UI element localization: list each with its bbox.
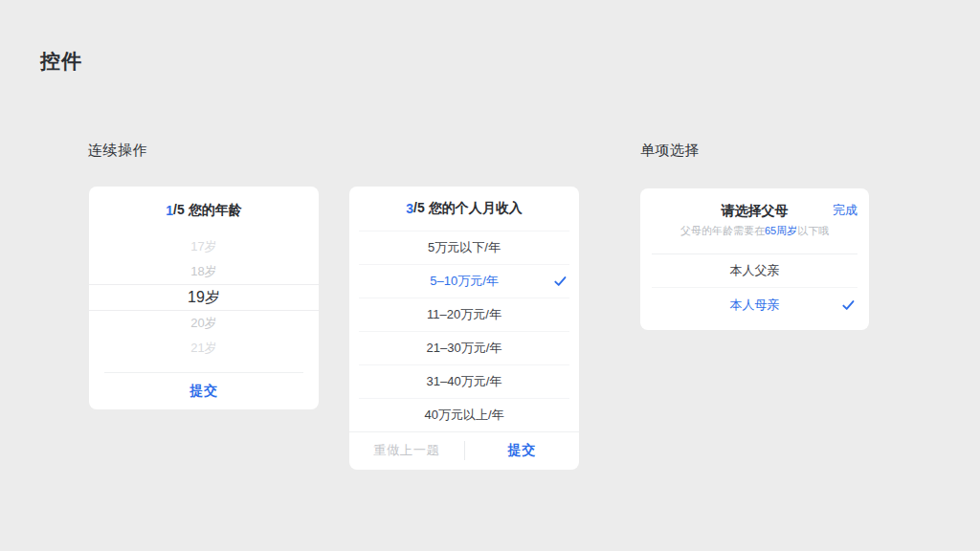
- age-question-card: 1/5 您的年龄 17岁 18岁 19岁 20岁 21岁 提交: [89, 187, 319, 409]
- page: 控件 连续操作 单项选择 1/5 您的年龄 17岁 18岁 19岁 20岁 21…: [0, 0, 980, 551]
- picker-option-selected: 19岁: [89, 284, 319, 311]
- check-icon: [841, 298, 856, 312]
- parent-option-father[interactable]: 本人父亲: [652, 254, 858, 288]
- income-option-label: 5–10万元/年: [430, 273, 499, 290]
- picker-option: 17岁: [89, 234, 319, 259]
- parent-card-header: 请选择父母 完成: [640, 188, 869, 219]
- done-button[interactable]: 完成: [833, 202, 858, 219]
- age-submit-button[interactable]: 提交: [190, 383, 218, 400]
- income-option-list: 5万元以下/年 5–10万元/年 11–20万元/年 21–30万元/年 31–…: [359, 231, 569, 431]
- parent-option-label: 本人母亲: [730, 297, 780, 314]
- parent-option-list: 本人父亲 本人母亲: [652, 254, 858, 321]
- income-option[interactable]: 11–20万元/年: [359, 298, 569, 331]
- section-label-continuous-operation: 连续操作: [88, 142, 147, 160]
- step-number: 1: [166, 203, 173, 218]
- income-card-header: 3/5 您的个人月收入: [349, 187, 579, 231]
- subtitle-highlight: 65周岁: [765, 225, 797, 236]
- section-label-single-select: 单项选择: [640, 142, 700, 160]
- age-question-text: /5 您的年龄: [173, 202, 242, 219]
- income-option-selected[interactable]: 5–10万元/年: [359, 264, 569, 298]
- income-submit-button[interactable]: 提交: [508, 442, 536, 459]
- check-icon: [553, 275, 568, 289]
- age-card-footer: 提交: [104, 372, 303, 408]
- redo-previous-button[interactable]: 重做上一题: [373, 442, 439, 459]
- parent-card-subtitle: 父母的年龄需要在65周岁以下哦: [640, 224, 869, 238]
- parent-card-title: 请选择父母: [722, 202, 789, 219]
- age-picker-wheel[interactable]: 17岁 18岁 19岁 20岁 21岁: [89, 234, 319, 361]
- age-card-header: 1/5 您的年龄: [89, 187, 319, 234]
- income-card-footer: 重做上一题 提交: [349, 431, 579, 469]
- step-number: 3: [406, 201, 413, 216]
- income-question-card: 3/5 您的个人月收入 5万元以下/年 5–10万元/年 11–20万元/年 2…: [349, 187, 579, 470]
- income-option[interactable]: 40万元以上/年: [359, 398, 569, 431]
- picker-option: 20岁: [89, 311, 319, 336]
- parent-option-mother-selected[interactable]: 本人母亲: [652, 288, 858, 321]
- income-question-text: /5 您的个人月收入: [413, 200, 523, 217]
- subtitle-text: 父母的年龄需要在: [680, 225, 765, 236]
- income-option[interactable]: 5万元以下/年: [359, 231, 569, 264]
- page-title: 控件: [40, 48, 82, 75]
- picker-option: 18岁: [89, 259, 319, 284]
- picker-option: 21岁: [89, 336, 319, 361]
- parent-select-card: 请选择父母 完成 父母的年龄需要在65周岁以下哦 本人父亲 本人母亲: [640, 188, 869, 330]
- income-option[interactable]: 31–40万元/年: [359, 364, 569, 398]
- income-option[interactable]: 21–30万元/年: [359, 331, 569, 364]
- subtitle-text: 以下哦: [797, 225, 829, 236]
